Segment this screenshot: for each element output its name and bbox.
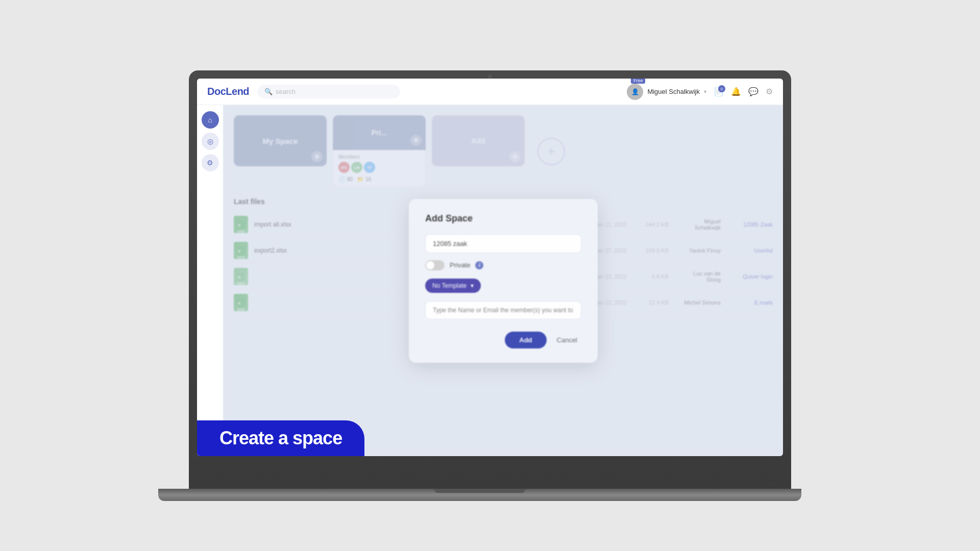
settings-header-icon[interactable]: ⚙ — [766, 87, 773, 96]
header-right: Free 👤 Miguel Schalkwijk ▾ 📄 0 🔔 💬 — [627, 84, 773, 100]
add-space-modal: Add Space Private i — [409, 199, 598, 363]
cancel-button[interactable]: Cancel — [553, 332, 581, 348]
toggle-knob — [426, 261, 434, 269]
app-header: DocDocLendLend 🔍 search Free 👤 Miguel Sc… — [197, 79, 783, 105]
private-label: Private — [450, 261, 470, 269]
private-toggle-row: Private i — [425, 260, 581, 270]
app-logo: DocDocLendLend — [207, 86, 249, 97]
user-avatar: 👤 — [627, 84, 643, 100]
bell-icon[interactable]: 🔔 — [731, 87, 741, 96]
template-label: No Template — [432, 282, 467, 289]
modal-actions: Add Cancel — [425, 332, 581, 348]
add-button[interactable]: Add — [505, 332, 546, 348]
modal-title: Add Space — [425, 213, 581, 224]
sidebar-item-settings[interactable]: ⚙ — [202, 154, 219, 171]
page-area: My Space ⚙ Pri... ⚙ Members — [224, 105, 783, 456]
search-bar[interactable]: 🔍 search — [257, 85, 400, 98]
chevron-down-icon: ▾ — [471, 282, 474, 289]
files-icon-btn[interactable]: 📄 0 — [714, 87, 724, 96]
modal-overlay: Add Space Private i — [224, 105, 783, 456]
search-icon: 🔍 — [264, 88, 273, 95]
private-toggle[interactable] — [425, 260, 445, 270]
chevron-down-icon: ▾ — [704, 89, 706, 94]
members-input[interactable] — [425, 301, 581, 319]
badge-count: 0 — [718, 85, 725, 92]
template-dropdown[interactable]: No Template ▾ — [425, 279, 481, 293]
main-content: ⌂ ◎ ⚙ My Space ⚙ — [197, 105, 783, 456]
search-placeholder: search — [276, 88, 296, 95]
user-section: Free 👤 Miguel Schalkwijk ▾ — [627, 84, 706, 100]
sidebar: ⌂ ◎ ⚙ — [197, 105, 224, 456]
free-badge: Free — [631, 79, 646, 84]
message-icon[interactable]: 💬 — [748, 87, 758, 96]
sidebar-item-share[interactable]: ◎ — [202, 133, 219, 150]
notification-badge[interactable]: Free 👤 — [627, 84, 643, 100]
laptop-base — [158, 489, 801, 501]
space-name-input[interactable] — [425, 234, 581, 253]
user-name: Miguel Schalkwijk — [647, 88, 700, 95]
info-icon[interactable]: i — [475, 261, 483, 269]
sidebar-item-home[interactable]: ⌂ — [202, 111, 219, 129]
